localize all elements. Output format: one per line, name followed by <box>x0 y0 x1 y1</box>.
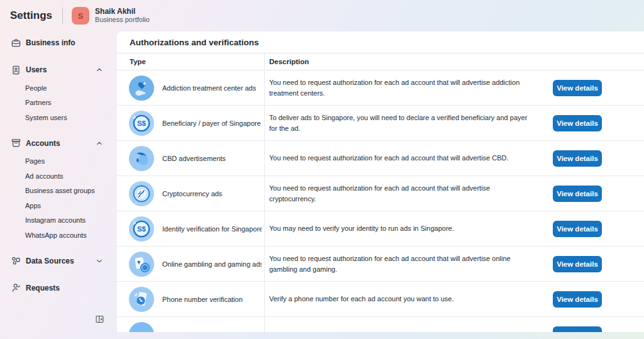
sidebar-section-accounts: AccountsPagesAd accountsBusiness asset g… <box>0 134 117 243</box>
crypto-coin-icon <box>129 181 154 206</box>
sidebar-section-users: UsersPeoplePartnersSystem users <box>0 60 117 126</box>
cbd-icon <box>129 146 154 171</box>
heart-hand-icon <box>129 75 154 101</box>
svg-text:S$: S$ <box>137 225 147 233</box>
business-name: Shaik Akhil <box>95 7 150 16</box>
gambling-icon <box>129 252 154 277</box>
description-cell: You need to request authorization for ea… <box>264 183 533 204</box>
column-header-description: Description <box>264 58 309 65</box>
column-header-type: Type <box>117 58 264 65</box>
sidebar-item-pages[interactable]: Pages <box>0 154 117 169</box>
sidebar-section-data-sources: Data Sources <box>0 252 117 270</box>
sidebar-item-data-sources[interactable]: Data Sources <box>0 252 117 270</box>
business-subtitle: Business portfolio <box>95 16 150 25</box>
view-details-button[interactable]: View details <box>553 80 602 96</box>
authorizations-panel: Authorizations and verifications Type De… <box>117 31 644 332</box>
sidebar-item-whatsapp-accounts[interactable]: WhatsApp accounts <box>0 228 117 243</box>
type-cell: Online gambling and gaming ads <box>117 252 264 277</box>
action-cell: View details <box>553 221 644 237</box>
sidebar-item-business-info[interactable]: Business info <box>0 33 117 52</box>
type-label: Phone number verification <box>162 296 262 303</box>
table-row: Cryptocurrency adsYou need to request au… <box>117 176 644 211</box>
view-details-button[interactable]: View details <box>553 256 602 272</box>
description-cell: Verify a phone number for each ad accoun… <box>264 294 533 304</box>
view-details-button[interactable]: View details <box>553 326 602 333</box>
sidebar-section-label: Users <box>26 65 47 74</box>
view-details-button[interactable]: View details <box>553 221 602 237</box>
view-details-button[interactable]: View details <box>553 186 602 202</box>
sidebar-subitems: PeoplePartnersSystem users <box>0 79 117 126</box>
type-cell <box>117 322 264 333</box>
sidebar-item-apps[interactable]: Apps <box>0 198 117 213</box>
sidebar-section-label: Data Sources <box>26 257 74 265</box>
description-cell: You need to request authorization for ea… <box>264 253 533 274</box>
view-details-button[interactable]: View details <box>553 291 602 308</box>
type-cell: Phone number verification <box>117 287 264 312</box>
id-card-icon <box>11 64 22 75</box>
description-cell: You need to request authorization for ea… <box>264 77 533 98</box>
svg-text:S$: S$ <box>137 119 147 127</box>
person-check-icon <box>11 282 22 294</box>
action-cell: View details <box>553 256 644 272</box>
type-label: Identity verification for Singapore ... <box>162 225 262 233</box>
action-cell: View details <box>553 80 644 96</box>
partial-icon <box>129 322 154 333</box>
table-row: S$Beneficiary / payer of Singapore adsTo… <box>117 106 644 141</box>
table-row: CBD advertisementsYou need to request au… <box>117 141 644 176</box>
sidebar-item-people[interactable]: People <box>0 81 117 96</box>
chevron-up-icon[interactable] <box>96 66 103 74</box>
action-cell: View details <box>553 186 644 202</box>
description-cell: You need to request authorization for ea… <box>264 153 533 164</box>
sidebar-item-instagram-accounts[interactable]: Instagram accounts <box>0 213 117 228</box>
type-cell: Cryptocurrency ads <box>117 181 264 206</box>
table-row: Addiction treatment center adsYou need t… <box>117 70 644 106</box>
action-cell: View details <box>553 291 644 308</box>
action-cell: View details <box>553 326 644 333</box>
table-row: Phone number verificationVerify a phone … <box>117 282 644 317</box>
table-row: Online gambling and gaming adsYou need t… <box>117 247 644 282</box>
briefcase-icon <box>11 37 22 48</box>
chevron-up-icon[interactable] <box>96 140 103 147</box>
data-nodes-icon <box>11 255 22 267</box>
sidebar-section-label: Accounts <box>26 139 60 148</box>
column-divider <box>264 53 265 332</box>
sidebar-item-accounts[interactable]: Accounts <box>0 134 117 153</box>
type-label: Addiction treatment center ads <box>162 84 262 92</box>
sidebar-section-requests: Requests <box>0 279 117 297</box>
view-details-button[interactable]: View details <box>553 150 602 167</box>
sidebar-section-business-info: Business info <box>0 33 117 52</box>
phone-icon <box>129 287 154 312</box>
type-label: CBD advertisements <box>162 155 262 162</box>
singapore-dollar-icon: S$ <box>129 216 154 242</box>
type-label: Online gambling and gaming ads <box>162 260 262 268</box>
chevron-down-icon[interactable] <box>96 257 103 265</box>
page-title: Settings <box>10 9 52 22</box>
sidebar-item-partners[interactable]: Partners <box>0 96 117 111</box>
app-header: Settings S Shaik Akhil Business portfoli… <box>0 0 150 31</box>
action-cell: View details <box>553 115 644 131</box>
type-cell: S$Beneficiary / payer of Singapore ads <box>117 111 264 136</box>
type-label: Beneficiary / payer of Singapore ads <box>162 119 262 127</box>
type-cell: Addiction treatment center ads <box>117 75 264 101</box>
box-icon <box>11 138 22 149</box>
sidebar-item-ad-accounts[interactable]: Ad accounts <box>0 169 117 184</box>
table-row: S$Identity verification for Singapore ..… <box>117 211 644 247</box>
singapore-dollar-icon: S$ <box>129 111 154 136</box>
business-identity[interactable]: Shaik Akhil Business portfolio <box>95 7 150 25</box>
collapse-sidebar-icon[interactable] <box>95 314 104 324</box>
business-avatar[interactable]: S <box>72 7 89 25</box>
sidebar-item-system-users[interactable]: System users <box>0 110 117 125</box>
sidebar-section-label: Business info <box>26 38 75 47</box>
table-row: View details <box>117 317 644 332</box>
header-divider <box>62 8 63 24</box>
sidebar-item-business-asset-groups[interactable]: Business asset groups <box>0 184 117 199</box>
sidebar-item-requests[interactable]: Requests <box>0 279 117 297</box>
table-header: Type Description <box>117 53 644 70</box>
settings-sidebar: Business infoUsersPeoplePartnersSystem u… <box>0 31 117 339</box>
sidebar-item-users[interactable]: Users <box>0 60 117 79</box>
action-cell: View details <box>553 150 644 167</box>
description-cell: To deliver ads to Singapore, you will ne… <box>264 113 533 133</box>
type-cell: CBD advertisements <box>117 146 264 171</box>
view-details-button[interactable]: View details <box>553 115 602 131</box>
sidebar-subitems: PagesAd accountsBusiness asset groupsApp… <box>0 153 117 243</box>
